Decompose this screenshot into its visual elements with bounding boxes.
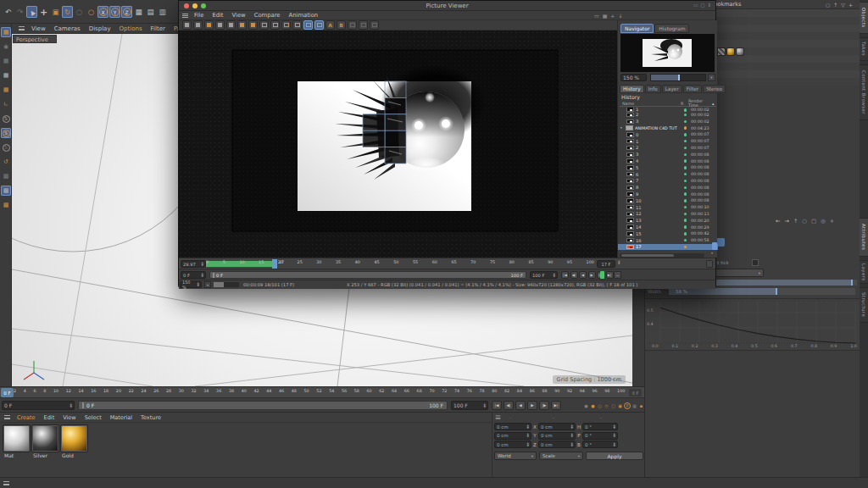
prev-key-button[interactable]: ◀| bbox=[504, 401, 514, 410]
history-vscroll-thumb[interactable] bbox=[712, 242, 717, 250]
pv-panel-tab[interactable]: Filter bbox=[683, 85, 702, 93]
tab-layers[interactable]: Layers bbox=[860, 260, 868, 284]
material-item[interactable]: Silver bbox=[32, 425, 58, 458]
coordinate-system-select[interactable]: World bbox=[494, 452, 537, 460]
spinner[interactable] bbox=[484, 403, 486, 408]
object-mode-icon[interactable]: ▦ bbox=[1, 70, 11, 80]
size-field[interactable]: 0 cm bbox=[538, 441, 576, 448]
download-icon[interactable]: ↓ bbox=[618, 13, 622, 19]
menu-item[interactable]: Display bbox=[85, 25, 115, 32]
clear-compare-icon[interactable] bbox=[348, 20, 357, 30]
pv-ruler-option[interactable] bbox=[706, 260, 713, 268]
menu-item[interactable]: View bbox=[27, 25, 50, 32]
history-row[interactable]: ▾ 10 00:00:08 bbox=[618, 197, 718, 204]
material-menu-item[interactable]: Edit bbox=[40, 414, 59, 421]
spinner[interactable] bbox=[70, 403, 72, 408]
z-axis-lock-icon[interactable]: Z bbox=[121, 6, 132, 18]
delete-icon[interactable] bbox=[204, 20, 214, 30]
material-menu-item[interactable]: View bbox=[58, 414, 80, 421]
pv-zoom-status-field[interactable]: 150 % bbox=[180, 281, 202, 288]
frame-b-icon[interactable] bbox=[270, 20, 280, 30]
pv-panel-tab[interactable]: Stereo bbox=[703, 85, 726, 93]
history-row[interactable]: ▾ 9 00:00:08 bbox=[618, 191, 718, 197]
full-image-icon[interactable] bbox=[215, 20, 225, 30]
width-slider[interactable]: 58 % bbox=[669, 288, 855, 295]
filter-icon[interactable]: ▽ bbox=[841, 2, 845, 8]
lock-icon[interactable]: ▢ bbox=[811, 218, 816, 225]
keyframe-parameter-icon[interactable]: ▣ bbox=[617, 401, 623, 410]
power-slider[interactable]: 0 F 100 F bbox=[78, 401, 448, 410]
frame-ab-icon[interactable] bbox=[281, 20, 291, 30]
history-row[interactable]: ▾ 15 00:00:42 bbox=[618, 230, 718, 237]
position-field[interactable]: 0 cm bbox=[494, 441, 531, 448]
pv-zoom-menu[interactable]: ▾ bbox=[708, 74, 715, 81]
add-layer-icon[interactable]: + bbox=[849, 2, 853, 8]
edges-mode-icon[interactable]: S bbox=[1, 128, 11, 138]
material-item[interactable]: Gold bbox=[61, 425, 87, 458]
picture-viewer-window[interactable]: Picture Viewer ▭▢⇕ FileEditViewCompareAn… bbox=[178, 0, 716, 289]
tab-content-browser[interactable]: Content Browser bbox=[860, 64, 868, 120]
back-icon[interactable]: ← bbox=[776, 218, 780, 225]
pv-zoom-dropdown[interactable]: ▾ bbox=[204, 281, 211, 288]
snap-settings-icon[interactable]: ↺ bbox=[1, 157, 11, 167]
tick-checkbox[interactable] bbox=[752, 259, 759, 266]
position-field[interactable]: 0 cm bbox=[494, 432, 531, 440]
pv-panel-tab[interactable]: Layer bbox=[662, 85, 682, 93]
viewport-menu-icon[interactable] bbox=[19, 26, 25, 30]
undo-icon[interactable]: ↶ bbox=[3, 6, 14, 18]
dual-view-icon[interactable]: ▭ bbox=[594, 13, 599, 19]
move-icon[interactable]: + bbox=[38, 6, 49, 18]
project-settings-icon[interactable]: ▪ bbox=[638, 401, 644, 410]
play-button[interactable]: ▶ bbox=[527, 401, 537, 410]
history-row[interactable]: ▾ 17 bbox=[618, 244, 718, 251]
open-icon[interactable] bbox=[182, 20, 192, 30]
pv-goto-start-button[interactable]: |◀ bbox=[561, 271, 569, 279]
material-tag-gold-icon[interactable] bbox=[726, 47, 735, 56]
material-menu-item[interactable]: Texture bbox=[136, 414, 165, 421]
search-icon[interactable]: ○ bbox=[826, 2, 830, 8]
history-row[interactable]: ▾ 12 00:00:13 bbox=[618, 211, 718, 218]
pv-menu-item[interactable]: Edit bbox=[208, 12, 227, 19]
material-menu-icon[interactable] bbox=[4, 415, 10, 419]
ram-player-icon[interactable] bbox=[237, 20, 247, 30]
menu-item[interactable]: Options bbox=[115, 25, 147, 32]
save-icon[interactable] bbox=[193, 20, 203, 30]
main-timeline-ruler[interactable]: 2468101214161820222426283032343638404244… bbox=[0, 386, 644, 398]
column-render-time[interactable]: Render Time bbox=[688, 99, 712, 108]
history-row[interactable]: ▾ 13 00:00:20 bbox=[618, 217, 718, 224]
material-menu-item[interactable]: Material bbox=[106, 414, 136, 421]
history-row[interactable]: ▾ 3 00:00:08 bbox=[618, 151, 718, 158]
position-field[interactable]: 0 cm bbox=[494, 423, 531, 430]
texture-mode-icon[interactable]: ◉ bbox=[1, 42, 11, 52]
minimize-traffic-icon[interactable] bbox=[192, 3, 198, 8]
pv-menu-item[interactable]: Compare bbox=[250, 12, 285, 19]
render-again-icon[interactable] bbox=[248, 20, 258, 30]
compare-horizontal-icon[interactable] bbox=[303, 20, 313, 30]
size-mode-select[interactable]: Scale bbox=[539, 452, 583, 460]
pv-render-indicator[interactable] bbox=[600, 271, 604, 279]
start-frame-field[interactable]: 0 F bbox=[2, 401, 75, 410]
scroll-down-icon[interactable]: ▾ bbox=[711, 251, 713, 255]
history-row[interactable]: ▾ 16 00:00:58 bbox=[618, 237, 718, 244]
history-row[interactable]: ▾ 11 00:00:10 bbox=[618, 204, 718, 211]
pv-range-slider[interactable]: 0 F 100 F bbox=[209, 271, 526, 279]
frame-a-icon[interactable] bbox=[259, 20, 269, 30]
material-tag-gray-icon[interactable] bbox=[736, 47, 744, 56]
apply-button[interactable]: Apply bbox=[586, 452, 643, 460]
texture-paint-icon[interactable]: ▩ bbox=[1, 171, 11, 181]
set-b-icon[interactable]: B bbox=[337, 20, 346, 30]
keyframe-position-icon[interactable]: ○ bbox=[597, 401, 603, 410]
render-view-icon[interactable]: ▤ bbox=[145, 6, 156, 18]
rotate-icon[interactable]: ↻ bbox=[62, 6, 73, 18]
history-row[interactable]: ▾ 1 00:00:07 bbox=[618, 138, 718, 145]
target-icon[interactable]: ◎ bbox=[821, 218, 826, 225]
history-row[interactable]: ▾ 7 00:00:08 bbox=[618, 178, 718, 185]
pv-end-field[interactable]: 100 F bbox=[530, 271, 558, 279]
resize-icon[interactable]: ⇕ bbox=[707, 3, 711, 8]
search-icon[interactable]: ○ bbox=[802, 218, 807, 225]
scale-icon[interactable]: ▣ bbox=[50, 6, 61, 18]
fcurve-panel[interactable]: 0.50.4 0.00.10.20.30.40.50.60.70.80.91.0 bbox=[645, 298, 860, 351]
record-keyframe-icon[interactable]: ● bbox=[583, 401, 589, 410]
history-row[interactable]: ▾ ANIMATION C4D TUT 00:04:23 bbox=[618, 125, 718, 131]
history-row[interactable]: ▾ 1 00:00:02 bbox=[618, 108, 718, 112]
